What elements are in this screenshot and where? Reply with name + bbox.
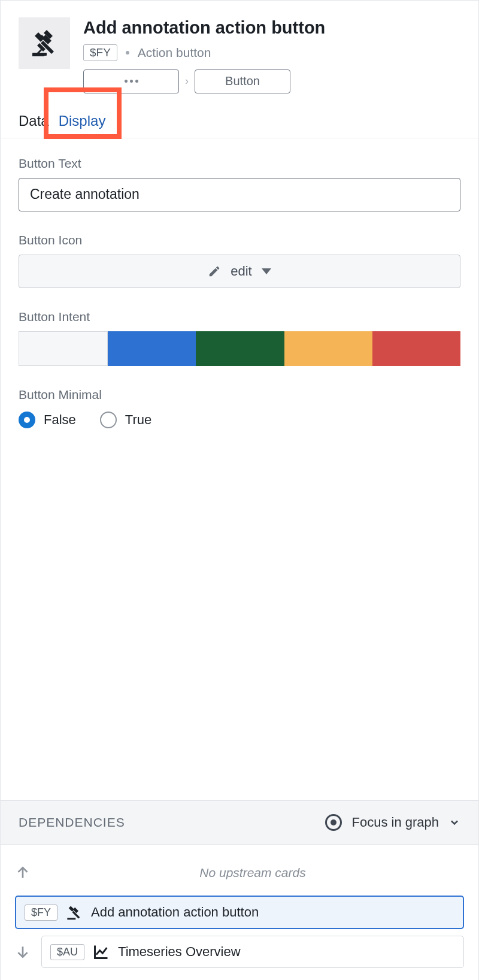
panel-header: Add annotation action button $FY Action … [1, 1, 478, 93]
button-icon-label: Button Icon [19, 233, 460, 247]
button-intent-label: Button Intent [19, 310, 460, 324]
self-row: $FY Add annotation action button [15, 895, 464, 930]
header-icon-square [19, 17, 70, 69]
chart-line-icon [93, 943, 110, 960]
radio-true[interactable]: True [100, 412, 151, 428]
button-text-input[interactable] [19, 178, 460, 211]
gavel-icon [30, 29, 59, 58]
breadcrumb-more[interactable] [83, 69, 179, 93]
pencil-icon [208, 265, 221, 278]
downstream-tag: $AU [50, 944, 84, 960]
more-dots-icon [125, 80, 138, 83]
dependencies-header[interactable]: DEPENDENCIES Focus in graph [1, 800, 478, 845]
breadcrumb: › Button [83, 69, 460, 93]
button-icon-value: edit [231, 264, 251, 279]
downstream-row: $AU Timeseries Overview [15, 934, 464, 969]
svg-rect-0 [32, 53, 47, 56]
chevron-right-icon: › [185, 75, 189, 87]
intent-primary[interactable] [108, 331, 196, 366]
arrow-down-icon [15, 944, 31, 960]
section-button-minimal: Button Minimal False True [19, 388, 460, 428]
tab-data[interactable]: Data [19, 108, 59, 138]
radio-false[interactable]: False [19, 412, 76, 428]
self-card-label: Add annotation action button [91, 905, 259, 920]
no-upstream-text: No upstream cards [41, 866, 464, 880]
dependencies-title: DEPENDENCIES [19, 815, 125, 830]
self-dependency-card[interactable]: $FY Add annotation action button [15, 896, 464, 929]
radio-true-label: True [125, 412, 151, 428]
arrow-up-icon [15, 865, 31, 881]
self-tag: $FY [25, 905, 57, 921]
upstream-row: No upstream cards [15, 855, 464, 890]
intent-danger[interactable] [372, 331, 460, 366]
button-text-label: Button Text [19, 156, 460, 171]
section-button-icon: Button Icon edit [19, 233, 460, 288]
gavel-icon [66, 904, 83, 921]
header-tag: $FY [83, 44, 117, 61]
intent-none[interactable] [19, 331, 108, 366]
radio-false-indicator [19, 412, 35, 428]
radio-true-indicator [100, 412, 117, 428]
svg-rect-2 [67, 918, 75, 919]
chevron-down-icon[interactable] [448, 816, 460, 828]
intent-swatches [19, 331, 460, 366]
intent-warning[interactable] [284, 331, 372, 366]
radio-false-label: False [44, 412, 76, 428]
dependencies-body: No upstream cards $FY Add annotation act… [1, 845, 478, 980]
downstream-card-label: Timeseries Overview [118, 944, 241, 960]
separator-dot [126, 51, 129, 55]
tab-display[interactable]: Display [59, 108, 116, 138]
downstream-dependency-card[interactable]: $AU Timeseries Overview [41, 936, 464, 968]
intent-success[interactable] [196, 331, 284, 366]
caret-down-icon [262, 268, 271, 274]
breadcrumb-current[interactable]: Button [195, 69, 290, 93]
button-icon-select[interactable]: edit [19, 255, 460, 288]
section-button-intent: Button Intent [19, 310, 460, 366]
target-icon [325, 814, 342, 831]
button-minimal-label: Button Minimal [19, 388, 460, 402]
section-button-text: Button Text [19, 156, 460, 211]
page-title: Add annotation action button [83, 17, 460, 38]
header-type-label: Action button [138, 46, 211, 60]
panel-body: Button Text Button Icon edit Button Inte… [1, 138, 478, 800]
tabs: Data Display [1, 93, 478, 138]
focus-in-graph-label[interactable]: Focus in graph [351, 815, 439, 830]
